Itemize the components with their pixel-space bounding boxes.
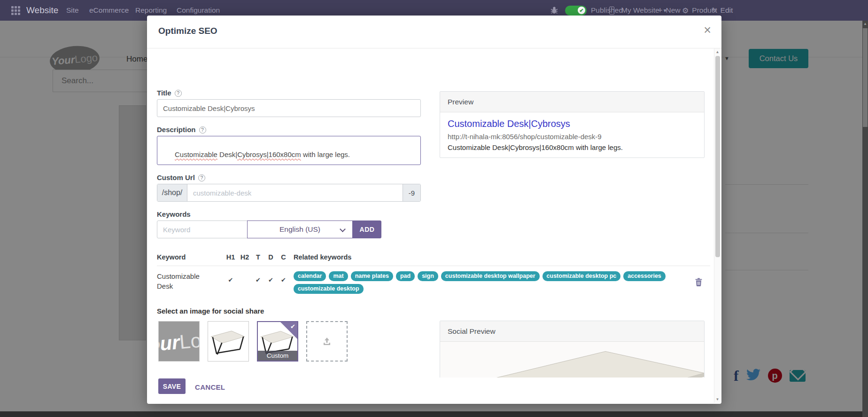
scroll-up-icon[interactable]: ▲ — [714, 50, 721, 54]
check-t: ✔ — [252, 276, 264, 283]
page-scrollbar[interactable]: ▲ — [862, 21, 868, 417]
edit-label: Edit — [721, 6, 733, 15]
page-scrollbar-thumb[interactable] — [863, 28, 868, 127]
brand-website[interactable]: Website — [26, 0, 58, 21]
related-keywords: calendarmatname platespadsigncustomizabl… — [294, 271, 691, 294]
new-label: New — [666, 6, 681, 15]
social-share-label: Select an image for social share — [157, 307, 264, 315]
close-icon[interactable]: × — [704, 23, 711, 37]
keyword-add-row: Keyword English (US) ADD — [157, 220, 381, 238]
keywords-label: Keywords — [157, 210, 191, 218]
social-preview-card: Social Preview — [440, 321, 705, 378]
related-keyword-badge[interactable]: customizable desktop wallpaper — [441, 271, 540, 281]
dialog-scrollbar[interactable]: ▲ ▼ — [714, 48, 720, 403]
related-keyword-badge[interactable]: customizable desktop — [294, 284, 364, 294]
gear-icon: ⚙ — [682, 6, 689, 15]
website-switcher-label: My Website — [621, 6, 659, 15]
dialog-body: Title? Customizable Desk|Cybrosys Descri… — [147, 48, 715, 378]
social-preview-header: Social Preview — [440, 321, 704, 342]
keyword-input[interactable]: Keyword — [157, 220, 248, 238]
dialog-header: Optimize SEO × — [147, 16, 721, 48]
col-d: D — [264, 253, 277, 261]
social-preview-image — [440, 342, 704, 378]
help-icon[interactable]: ? — [198, 174, 205, 181]
related-keyword-badge[interactable]: sign — [418, 271, 438, 281]
upload-image-button[interactable] — [306, 321, 348, 362]
url-prefix: /shop/ — [157, 184, 187, 201]
related-keyword-badge[interactable]: pad — [396, 271, 415, 281]
language-selected-value: English (US) — [279, 225, 320, 234]
custom-url-label: Custom Url? — [157, 173, 205, 181]
preview-card-header: Preview — [440, 92, 704, 112]
menu-site[interactable]: Site — [66, 0, 79, 21]
preview-description: Customizable Desk|Cybrosys|160x80cm with… — [448, 143, 697, 151]
pencil-icon: ✎ — [711, 6, 717, 15]
col-t: T — [252, 253, 264, 261]
image-option-desk[interactable] — [208, 321, 249, 362]
image-option-logo[interactable]: YourLogo — [158, 321, 200, 362]
table-divider — [157, 266, 710, 266]
col-h2: H2 — [238, 253, 252, 261]
keyword-table-header: Keyword H1 H2 T D C Related keywords — [157, 253, 351, 261]
custom-image-label: Custom — [258, 351, 297, 361]
related-keyword-badge[interactable]: calendar — [294, 271, 326, 281]
language-select[interactable]: English (US) — [247, 220, 353, 238]
toggle-pill: ✔ — [565, 6, 587, 16]
seo-preview-card: Preview Customizable Desk|Cybrosys http:… — [440, 91, 705, 158]
related-keyword-badge[interactable]: customizable desktop pc — [542, 271, 621, 281]
preview-link[interactable]: Customizable Desk|Cybrosys — [448, 118, 697, 129]
dialog-scrollbar-thumb[interactable] — [715, 56, 720, 257]
upload-icon — [321, 336, 333, 347]
related-keyword-badge[interactable]: mat — [329, 271, 348, 281]
social-image-picker: YourLogo ✔ Custom — [158, 321, 348, 362]
related-keyword-badge[interactable]: name plates — [351, 271, 393, 281]
title-value: Customizable Desk|Cybrosys — [163, 104, 255, 112]
related-keyword-badge[interactable]: accessories — [623, 271, 666, 281]
dialog-footer: SAVE CANCEL — [147, 378, 721, 404]
keyword-cell: Customizable Desk — [157, 271, 224, 291]
description-part: Customizable — [175, 150, 217, 158]
plus-icon: + — [658, 6, 663, 16]
dialog-title: Optimize SEO — [158, 26, 217, 36]
chevron-down-icon — [340, 226, 346, 232]
cancel-button[interactable]: CANCEL — [195, 383, 225, 391]
menu-ecommerce[interactable]: eCommerce — [89, 0, 129, 21]
help-icon[interactable]: ? — [199, 126, 206, 134]
title-label: Title? — [157, 89, 182, 97]
description-part: Cybrosys|160x80cm — [237, 150, 301, 158]
apps-menu-button[interactable] — [11, 0, 20, 21]
check-c: ✔ — [277, 276, 290, 283]
col-c: C — [277, 253, 290, 261]
url-suffix: -9 — [403, 184, 420, 201]
selected-check-icon: ✔ — [290, 323, 295, 330]
custom-url-input[interactable]: customizable-desk — [187, 184, 403, 201]
apps-grid-icon — [11, 6, 20, 15]
page-scroll-up-icon[interactable]: ▲ — [862, 22, 868, 26]
check-h1: ✔ — [224, 276, 238, 283]
logo-image: YourLogo — [158, 321, 200, 362]
save-button[interactable]: SAVE — [158, 378, 186, 394]
image-option-custom-selected[interactable]: ✔ Custom — [257, 321, 298, 362]
description-textarea[interactable]: Customizable Desk|Cybrosys|160x80cm with… — [157, 136, 421, 165]
col-h1: H1 — [224, 253, 238, 261]
keyword-table-row: Customizable Desk ✔ ✔ ✔ ✔ calendarmatnam… — [157, 271, 691, 294]
preview-url: http://t-nihala-mk:8056/shop/customizabl… — [448, 133, 697, 141]
trash-icon[interactable] — [695, 278, 702, 286]
check-circle-icon: ✔ — [578, 7, 585, 14]
check-d: ✔ — [264, 276, 277, 283]
description-label: Description? — [157, 126, 206, 134]
description-part: Desk| — [217, 150, 237, 158]
optimize-seo-dialog: Optimize SEO × Title? Customizable Desk|… — [147, 16, 721, 404]
help-icon[interactable]: ? — [175, 90, 182, 97]
description-part: with large legs. — [301, 150, 350, 158]
col-related: Related keywords — [294, 253, 351, 261]
title-input[interactable]: Customizable Desk|Cybrosys — [157, 99, 421, 117]
scroll-down-icon[interactable]: ▼ — [714, 397, 721, 401]
add-keyword-button[interactable]: ADD — [353, 220, 381, 238]
custom-url-group: /shop/ customizable-desk -9 — [157, 184, 421, 202]
col-keyword: Keyword — [157, 253, 224, 261]
